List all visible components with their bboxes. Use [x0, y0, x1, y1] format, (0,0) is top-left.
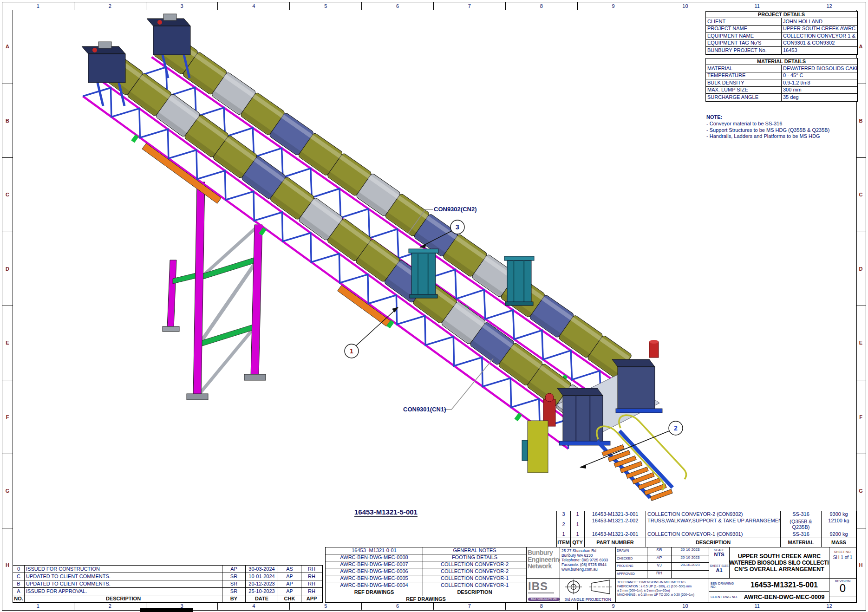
zone-label: 7	[434, 2, 506, 10]
rev-chk: AP	[278, 588, 301, 595]
rev-app: RH	[301, 580, 322, 588]
zone-label: 4	[218, 2, 290, 10]
row-value: 16453	[782, 47, 857, 54]
bom-desc: COLLECTION CONVEYOR-1 (CON9301)	[646, 531, 781, 538]
zone-label: 1	[2, 602, 74, 610]
bom-item: 2	[557, 518, 571, 531]
zone-label: 1	[2, 2, 74, 10]
bom-part: 16453-M1321-2-002	[585, 518, 646, 531]
ref-desc: FOOTING DETAILS	[423, 554, 527, 561]
signoff-initials: VJ	[647, 563, 672, 571]
bom-header: MATERIAL	[781, 538, 822, 547]
zone-label: H	[2, 528, 13, 603]
zone-label: 8	[506, 2, 578, 10]
ref-header: DESCRIPTION	[423, 589, 527, 596]
bom-header: ITEM	[557, 538, 571, 547]
zone-label: 6	[362, 602, 434, 610]
zone-band-top: 1 2 3 4 5 6 7 8 9 10 11 12	[2, 2, 865, 10]
signoff-initials: SR	[647, 547, 672, 555]
rev-header: DESCRIPTION	[25, 595, 222, 603]
zone-label: C	[2, 158, 13, 232]
signoff-grid: DRAWN SR 20-10-2023 CHECKED AP 20-10-202…	[616, 547, 709, 579]
bom-desc: TRUSS,WALKWAY,SUPPORT & TAKE UP ARRANGEM…	[646, 518, 781, 531]
bom-header: QTY	[571, 538, 585, 547]
ibs-logo: IBS BULK HANDLING PTY LTD	[527, 579, 560, 603]
revision-table: 0 ISSUED FOR CONSTRUCTION AP 30-03-2024 …	[13, 565, 323, 603]
ref-desc: COLLECTION CONVEYOR-1	[423, 582, 527, 589]
table-title: MATERIAL DETAILS	[706, 59, 857, 65]
row-value: COLLECTION CONVEYOR 1 & 2	[782, 33, 857, 40]
row-label: BULK DENSITY	[706, 79, 782, 87]
row-value: 300 mm	[782, 87, 857, 94]
bom-table: 3 1 16453-M1321-3-001 COLLECTION CONVEYO…	[556, 511, 857, 548]
row-value: 0 - 45° C	[782, 72, 857, 80]
rev-desc: ISSUED FOR APPROVAL.	[25, 588, 222, 595]
rev-no: A	[13, 588, 25, 595]
svg-text:3: 3	[456, 223, 459, 231]
ref-drawings-table: 16453 -M1321-0-01 GENERAL NOTES AWRC-BEN…	[325, 547, 527, 603]
ref-number: AWRC-BEN-DWG-MEC-0007	[326, 561, 423, 568]
row-label: SURCHARGE ANGLE	[706, 94, 782, 101]
rev-desc: ISSUED FOR CONSTRUCTION	[25, 566, 222, 573]
zone-label: 12	[793, 602, 865, 610]
row-value: 0.9-1.2 t/m3	[782, 79, 857, 87]
ref-desc: COLLECTION CONVEYOR-2	[423, 568, 527, 575]
zone-label: 6	[362, 2, 434, 10]
revision-cell: REVISION 0	[829, 579, 856, 597]
rev-header: DATE	[246, 595, 278, 603]
label-cn2: CON9302(CN2)	[434, 206, 476, 213]
bom-desc: COLLECTION CONVEYOR-2 (CON9302)	[646, 511, 781, 518]
row-label: PROJECT NAME	[706, 26, 782, 33]
row-label: MATERIAL	[706, 65, 782, 72]
bom-mass: 9200 kg	[822, 531, 856, 538]
table-title: PROJECT DETAILS	[706, 12, 857, 18]
zone-label: 9	[578, 2, 650, 10]
ref-desc: COLLECTION CONVEYOR-2	[423, 561, 527, 568]
signoff-date	[672, 571, 709, 579]
signoff-date: 20-10-2023	[672, 563, 709, 571]
signoff-label: CHECKED	[616, 555, 647, 563]
rev-header: CHK	[278, 595, 301, 603]
zone-band-left: A B C D E F G H	[2, 10, 13, 602]
signoff-label: APPROVED	[616, 571, 647, 579]
row-label: EQUIPMENT TAG No'S	[706, 40, 782, 47]
row-value: DEWATERED BIOSOLIDS CAKE	[782, 65, 857, 72]
zone-label: 7	[434, 602, 506, 610]
sheet-no-cell: SHEET NO. SH 1 of 1	[829, 547, 856, 579]
zone-label: F	[2, 380, 13, 455]
svg-text:1: 1	[350, 347, 353, 355]
rev-chk: AP	[278, 573, 301, 580]
zone-label: 2	[74, 602, 146, 610]
revision-spare-cell	[829, 597, 856, 603]
scale-cell: SCALE NTS	[709, 547, 730, 563]
bom-item: 3	[557, 511, 571, 518]
zone-label: B	[2, 84, 13, 158]
zone-band-bottom: 1 2 3 4 5 6 7 8 9 10 11 12	[2, 602, 865, 610]
rev-by: SR	[222, 588, 246, 595]
zone-label: 4	[218, 602, 290, 610]
client-drawing-no: CLIENT DWG NO. AWRC-BEN-DWG-MEC-0009	[709, 592, 829, 603]
bom-qty: 1	[571, 531, 585, 538]
row-label: CLIENT	[706, 18, 782, 26]
balloon-1: 1	[345, 344, 359, 358]
rev-no: B	[13, 580, 25, 588]
ref-number: AWRC-BEN-DWG-MEC-0005	[326, 575, 423, 582]
row-value: JOHN HOLLAND	[782, 18, 857, 26]
ref-desc: GENERAL NOTES	[423, 547, 527, 554]
rev-header: APP	[301, 595, 322, 603]
silo-chute-1	[409, 249, 438, 298]
company-logo: Bunbury Engineering Network	[527, 547, 560, 579]
general-note: NOTE: - Conveyor material to be SS-316 -…	[706, 114, 829, 140]
zone-label: 11	[721, 2, 793, 10]
zone-label: G	[2, 454, 13, 528]
rev-no: 0	[13, 566, 25, 573]
zone-label: 12	[793, 2, 865, 10]
row-label: TEMPERATURE	[706, 72, 782, 80]
bom-header: PART NUMBER	[585, 538, 646, 547]
zone-label: D	[856, 232, 866, 306]
zone-label: D	[2, 232, 13, 306]
note-line: - Support Structures to be MS HDG (Q355B…	[706, 127, 829, 134]
rev-chk: AS	[278, 566, 301, 573]
zone-label: E	[2, 306, 13, 380]
zone-label: H	[856, 528, 866, 603]
